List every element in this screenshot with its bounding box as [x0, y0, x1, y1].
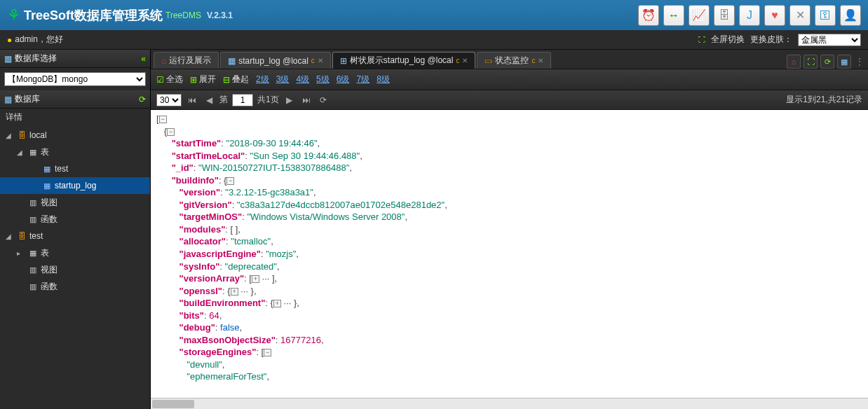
- tree-node-test-db[interactable]: ◢🗄test: [0, 228, 150, 244]
- clock-icon[interactable]: ⏰: [638, 5, 659, 26]
- home-button[interactable]: ⌂: [787, 55, 801, 69]
- fullscreen-icon[interactable]: ⛶: [698, 36, 705, 43]
- tools-icon[interactable]: ✕: [789, 5, 811, 26]
- swap-icon[interactable]: ↔: [663, 5, 684, 26]
- collapse-toggle[interactable]: −: [226, 177, 234, 185]
- level-7[interactable]: 7级: [356, 74, 369, 85]
- more-icon[interactable]: ⋮: [855, 57, 864, 67]
- record-summary: 显示1到21,共21记录: [786, 94, 862, 106]
- db-panel-head: ▦ 数据库 ⟳: [0, 90, 150, 109]
- tree-node-startup-log[interactable]: ▦startup_log: [0, 177, 150, 194]
- select-all-button[interactable]: ☑全选: [156, 74, 183, 85]
- greeting-text: admin，您好: [15, 34, 63, 46]
- tree-view-icon: ⊞: [340, 56, 347, 66]
- expand-toggle[interactable]: +: [252, 275, 259, 283]
- prev-page-icon[interactable]: ◀: [203, 94, 215, 106]
- content-area: ⌂运行及展示 ▦startup_log @localc✕ ⊞树状展示startu…: [151, 50, 868, 409]
- user-icon[interactable]: 👤: [840, 5, 861, 26]
- j-icon[interactable]: J: [739, 5, 760, 26]
- horizontal-scrollbar[interactable]: [151, 398, 868, 409]
- last-page-icon[interactable]: ⏭: [300, 94, 313, 106]
- tab-run-display[interactable]: ⌂运行及展示: [154, 52, 219, 69]
- app-title: TreeSoft数据库管理系统: [24, 7, 163, 24]
- heart-icon[interactable]: ♥: [764, 5, 785, 26]
- content-toolbar: ☑全选 ⊞展开 ⊟叠起 2级 3级 4级 5级 6级 7级 8级: [151, 69, 868, 90]
- tree-node-funcs[interactable]: ▥函数: [0, 211, 150, 228]
- collapse-button[interactable]: ⊟叠起: [223, 74, 249, 85]
- layout-button[interactable]: ▦: [837, 55, 851, 69]
- level-links: 2级 3级 4级 5级 6级 7级 8级: [256, 74, 390, 85]
- level-3[interactable]: 3级: [276, 74, 290, 85]
- fullscreen-label[interactable]: 全屏切换: [711, 34, 745, 46]
- expand-toggle[interactable]: +: [273, 300, 281, 307]
- page-number-input[interactable]: [232, 94, 253, 106]
- tab-tree-startup-log[interactable]: ⊞树状展示startup_log @localc✕: [332, 52, 476, 69]
- level-8[interactable]: 8级: [377, 74, 390, 85]
- skin-label: 更换皮肤：: [750, 34, 792, 46]
- close-icon[interactable]: ✕: [318, 57, 323, 64]
- tree-node-tables[interactable]: ◢▦表: [0, 144, 150, 160]
- collapse-sidebar-icon[interactable]: «: [141, 54, 146, 64]
- grid-icon: ▦: [4, 54, 12, 64]
- chart-icon[interactable]: 📈: [689, 5, 710, 26]
- first-page-icon[interactable]: ⏮: [186, 94, 198, 106]
- app-header: ⚘ TreeSoft数据库管理系统 TreeDMS V.2.3.1 ⏰ ↔ 📈 …: [0, 0, 868, 30]
- page-size-select[interactable]: 30: [156, 94, 182, 106]
- level-2[interactable]: 2级: [256, 74, 269, 85]
- refresh-icon[interactable]: ⟳: [139, 95, 146, 104]
- sidebar: ▦ 数据库选择 « 【MongoDB】mongo ▦ 数据库 ⟳ 详情 ◢🗄lo…: [0, 50, 151, 409]
- expand-button[interactable]: ⊞展开: [190, 74, 216, 85]
- database-tree: ◢🗄local ◢▦表 ▦test ▦startup_log ▥视图 ▥函数 ◢…: [0, 125, 150, 409]
- tree-node-test-table[interactable]: ▦test: [0, 160, 150, 177]
- tree-node-test-views[interactable]: ▥视图: [0, 261, 150, 278]
- fullscreen-button[interactable]: ⛶: [803, 55, 818, 69]
- expand-toggle[interactable]: +: [231, 288, 238, 296]
- pager-bar: 30 ⏮ ◀ 第 共1页 ▶ ⏭ ⟳ 显示1到21,共21记录: [151, 90, 868, 110]
- tree-node-views[interactable]: ▥视图: [0, 194, 150, 211]
- close-icon[interactable]: ✕: [538, 57, 543, 64]
- db-select-title: 数据库选择: [15, 53, 57, 64]
- tree-node-local[interactable]: ◢🗄local: [0, 127, 150, 144]
- tree-node-test-funcs[interactable]: ▥函数: [0, 278, 150, 295]
- skin-select[interactable]: 金属黑: [798, 34, 861, 46]
- database-dropdown[interactable]: 【MongoDB】mongo: [4, 72, 146, 86]
- key-icon[interactable]: ⚿: [815, 5, 836, 26]
- tree-icon: ⚘: [7, 6, 21, 25]
- tab-startup-log[interactable]: ▦startup_log @localc✕: [220, 52, 331, 69]
- db-panel-title: 数据库: [15, 93, 40, 105]
- collapse-toggle[interactable]: −: [167, 128, 175, 136]
- collapse-toggle[interactable]: −: [159, 116, 167, 123]
- level-5[interactable]: 5级: [316, 74, 330, 85]
- page-pre-label: 第: [219, 94, 228, 106]
- table-icon: ▦: [228, 56, 236, 66]
- app-subtitle: TreeDMS: [165, 11, 201, 20]
- monitor-icon: ▭: [484, 56, 492, 66]
- database-icon[interactable]: 🗄: [714, 5, 735, 26]
- level-4[interactable]: 4级: [296, 74, 309, 85]
- db-select-panel-head: ▦ 数据库选择 «: [0, 50, 150, 68]
- tab-bar: ⌂运行及展示 ▦startup_log @localc✕ ⊞树状展示startu…: [151, 50, 868, 69]
- user-badge-icon: ●: [7, 35, 12, 45]
- header-toolbar: ⏰ ↔ 📈 🗄 J ♥ ✕ ⚿ 👤: [638, 5, 861, 26]
- reload-icon[interactable]: ⟳: [317, 94, 330, 106]
- refresh-button[interactable]: ⟳: [820, 55, 834, 69]
- sub-header: ● admin，您好 ⛶ 全屏切换 更换皮肤： 金属黑: [0, 30, 868, 50]
- detail-label: 详情: [0, 109, 150, 125]
- tab-status-monitor[interactable]: ▭状态监控c✕: [477, 52, 551, 69]
- tree-node-test-tables[interactable]: ▸▦表: [0, 244, 150, 261]
- home-icon: ⌂: [161, 56, 166, 66]
- app-version: V.2.3.1: [207, 11, 233, 20]
- collapse-toggle[interactable]: −: [264, 349, 271, 356]
- level-6[interactable]: 6级: [337, 74, 350, 85]
- page-post-label: 共1页: [257, 94, 279, 106]
- next-page-icon[interactable]: ▶: [283, 94, 296, 106]
- json-viewer[interactable]: [− {− "startTime": "2018-09-30 19:44:46"…: [151, 110, 868, 409]
- close-icon[interactable]: ✕: [462, 57, 468, 64]
- grid-icon: ▦: [4, 95, 12, 104]
